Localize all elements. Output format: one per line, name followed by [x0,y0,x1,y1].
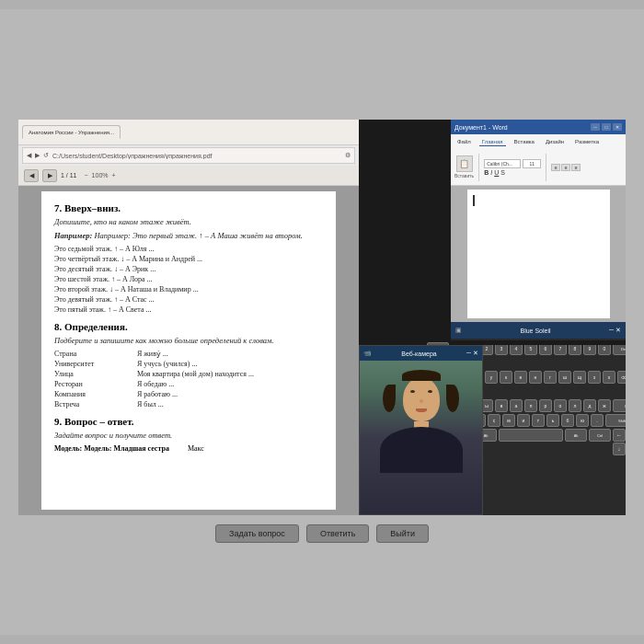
key-m[interactable]: м [502,414,515,427]
word-font-select[interactable]: Calibri (Ch... [484,159,521,168]
key-p[interactable]: п [524,399,537,412]
face [403,377,440,421]
pdf-panel: Анатомия России - Упражнения... ◀ ▶ ↺ C:… [18,120,359,515]
word-maximize-btn[interactable]: □ [602,123,611,131]
pdf-address-text: C:/Users/student/Desktop/упражнения/упра… [52,153,341,159]
webcam-minimize[interactable]: ─ [466,350,471,357]
key-down[interactable]: ↓ [613,443,626,455]
word-tab-home[interactable]: Главная [479,138,506,146]
key-z[interactable]: з [588,371,601,384]
pdf-next-btn[interactable]: ▶ [42,169,57,182]
pdf-settings-icon[interactable]: ⚙ [345,152,351,159]
body [380,427,463,473]
pdf-zoom-out[interactable]: − [85,172,88,178]
key-shch[interactable]: щ [573,371,586,384]
word-align-right[interactable]: ≡ [571,164,581,171]
video-frame: Анатомия России - Упражнения... ◀ ▶ ↺ C:… [18,120,626,515]
keyboard-close[interactable]: ✕ [615,327,621,334]
key-v[interactable]: в [495,399,508,412]
key-b[interactable]: б [561,414,574,427]
pdf-zoom-in[interactable]: + [112,172,116,178]
key-dot[interactable]: . [591,414,604,427]
row-ulica-left: Улица [54,370,128,378]
line5: Это второй этаж. ↓ – А Наташа и Владимир… [54,285,323,293]
word-close-btn[interactable]: ✕ [613,123,622,131]
key-yu[interactable]: ю [576,414,589,427]
pdf-nav-bar: ◀ ▶ 1 / 11 − 100% + [18,166,359,186]
screen-container: Анатомия России - Упражнения... ◀ ▶ ↺ C:… [0,0,644,644]
section8-instruction: Подберите и запишите как можно больше оп… [54,336,323,345]
key-space[interactable] [499,429,563,442]
top-padding [0,9,644,120]
key-ye[interactable]: е [514,371,527,384]
word-minimize-btn[interactable]: ─ [591,123,600,131]
pdf-prev-btn[interactable]: ◀ [24,169,39,182]
word-panel: Документ1 - Word ─ □ ✕ Файл Главная Вста… [451,120,626,322]
word-size-select[interactable]: 11 [523,159,541,168]
word-doc-page[interactable] [467,190,610,318]
word-tab-file[interactable]: Файл [454,138,474,145]
back-btn[interactable]: ◀ [27,152,31,159]
row-strana-right: Я живу́ ... [137,350,323,358]
word-paste-btn[interactable]: 📋 [456,155,473,172]
key-alt-r[interactable]: Alt [565,429,587,442]
row-ulica-right: Моя квартира (мой дом) находится ... [137,370,323,378]
line2: Это четвёртый этаж. ↓ – А Марина и Андре… [54,255,323,263]
word-align-left[interactable]: ≡ [551,164,560,171]
key-l[interactable]: л [569,399,581,412]
key-left[interactable]: ← [613,429,626,442]
key-u[interactable]: у [485,371,498,384]
pdf-content: 7. Вверх–вниз. Допишите, кто на каком эт… [18,186,359,515]
line3: Это десятый этаж. ↓ – А Эрик ... [54,265,323,273]
key-zh[interactable]: ж [598,399,611,412]
key-sh[interactable]: ш [558,371,571,384]
key-s[interactable]: с [488,414,500,427]
pdf-tab-label: Анатомия России - Упражнения... [29,130,114,135]
key-o[interactable]: о [554,399,567,412]
key-a[interactable]: а [510,399,523,412]
word-underline-btn[interactable]: U [494,169,499,176]
key-r[interactable]: р [539,399,552,412]
webcam-panel: 📹 Веб-камера ─ ✕ [359,345,483,515]
word-para-group: ≡ ≡ ≡ [551,164,581,171]
section9-model-row: Модель: Модель: Младшая сестра Макс [54,444,323,453]
webcam-controls: ─ ✕ [466,350,478,357]
hair-top [402,370,441,381]
key-bksp[interactable]: ⌫ [617,371,626,384]
btn-exit[interactable]: Выйти [376,524,429,543]
key-k[interactable]: к [500,371,512,384]
key-soft[interactable]: ь [546,414,559,427]
key-kh[interactable]: х [603,371,615,384]
key-n[interactable]: н [529,371,542,384]
key-enter[interactable]: Enter [613,399,626,412]
key-g[interactable]: г [544,371,557,384]
key-d[interactable]: д [583,399,596,412]
nose [420,399,423,403]
key-shift-r[interactable]: Shift [605,414,626,427]
word-italic-btn[interactable]: I [490,169,492,176]
section9-instruction: Задайте вопрос и получите ответ. [54,431,323,440]
keyboard-minimize[interactable]: ─ [609,327,614,334]
word-bold-btn[interactable]: B [484,169,489,176]
word-strikethrough-btn[interactable]: S [500,169,505,176]
key-i[interactable]: и [517,414,530,427]
key-ctrl-r[interactable]: Ctrl [589,429,611,442]
refresh-btn[interactable]: ↺ [43,152,49,159]
forward-btn[interactable]: ▶ [35,152,40,159]
word-tab-layout[interactable]: Разметка [572,138,602,145]
keyboard-title-text: ▣ [455,327,462,334]
word-format-row: B I U S [484,169,541,176]
word-align-center[interactable]: ≡ [561,164,570,171]
mouth [416,408,427,412]
word-tab-design[interactable]: Дизайн [543,138,567,145]
model-text: Модель: Младшая сестра [84,444,169,453]
word-doc-area [451,186,626,322]
webcam-close-btn[interactable]: ✕ [473,350,478,357]
pdf-active-tab[interactable]: Анатомия России - Упражнения... [22,125,121,139]
btn-answer[interactable]: Ответить [306,524,369,543]
row-univ-left: Университет [54,360,128,368]
pdf-address-bar[interactable]: ◀ ▶ ↺ C:/Users/student/Desktop/упражнени… [22,147,355,164]
btn-ask[interactable]: Задать вопрос [215,524,299,543]
key-t[interactable]: т [532,414,545,427]
word-tab-insert[interactable]: Вставка [512,138,537,145]
